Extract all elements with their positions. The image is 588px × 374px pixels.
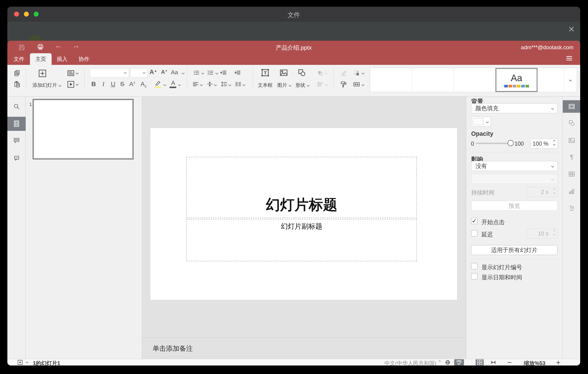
subscript-button[interactable]: A2: [140, 80, 147, 88]
chevron-down-icon[interactable]: [228, 83, 231, 86]
spellcheck-button[interactable]: ABC: [454, 359, 464, 365]
document-language-button[interactable]: [445, 360, 451, 365]
delay-spinner[interactable]: 10 s: [527, 229, 558, 238]
opacity-slider-handle[interactable]: [508, 140, 514, 146]
bullet-list-button[interactable]: [193, 69, 200, 76]
zoom-out-button[interactable]: −: [507, 358, 512, 365]
add-slide-button[interactable]: [38, 69, 47, 78]
search-button[interactable]: [13, 103, 20, 110]
slides-panel-button-active[interactable]: [7, 117, 26, 131]
tab-file[interactable]: 文件: [11, 53, 27, 65]
bold-button[interactable]: B: [91, 80, 96, 88]
theme-option[interactable]: [370, 68, 412, 92]
clear-style-button[interactable]: [340, 70, 347, 77]
underline-button[interactable]: U: [111, 80, 115, 88]
insert-shape-button[interactable]: [297, 68, 306, 77]
increase-font-button[interactable]: A▲: [149, 68, 157, 76]
preview-button[interactable]: 预览: [471, 201, 557, 211]
fit-width-button[interactable]: [490, 360, 496, 365]
theme-option[interactable]: [412, 68, 454, 92]
strikeout-button[interactable]: S: [120, 80, 125, 88]
background-fill-select[interactable]: 颜色填充: [471, 103, 557, 113]
theme-option[interactable]: [537, 68, 564, 92]
tab-home[interactable]: 主页: [30, 53, 52, 65]
start-slideshow-button[interactable]: [67, 80, 75, 88]
theme-gallery-expand-button[interactable]: [564, 68, 577, 92]
opacity-slider-track[interactable]: [476, 143, 509, 144]
tab-collaboration[interactable]: 协作: [77, 53, 91, 65]
paste-button[interactable]: [14, 81, 21, 88]
language-status[interactable]: 中文(中华人民共和国): [369, 360, 436, 365]
chevron-down-icon[interactable]: [182, 72, 185, 75]
chevron-down-icon[interactable]: [215, 72, 218, 75]
theme-option[interactable]: [454, 68, 495, 92]
spinner-up-icon[interactable]: [553, 140, 555, 142]
copy-style-button[interactable]: [340, 81, 347, 88]
zoom-in-button[interactable]: +: [556, 358, 560, 365]
insert-image-button[interactable]: [279, 68, 288, 77]
highlight-color-button[interactable]: [154, 80, 161, 88]
shape-settings-button[interactable]: [568, 120, 575, 127]
delay-checkbox[interactable]: [471, 230, 477, 236]
chevron-down-icon[interactable]: [201, 72, 204, 75]
italic-button[interactable]: I: [102, 80, 104, 88]
start-on-click-checkbox[interactable]: [471, 218, 477, 224]
slide-settings-button-active[interactable]: [563, 100, 580, 113]
title-placeholder[interactable]: 幻灯片标题: [186, 157, 417, 218]
insert-textbox-label[interactable]: 文本框: [254, 82, 276, 88]
table-settings-button[interactable]: [568, 170, 575, 178]
align-objects-button[interactable]: [316, 81, 324, 88]
change-case-button[interactable]: Aa: [171, 69, 178, 76]
chevron-down-icon[interactable]: [214, 83, 217, 86]
chevron-down-icon[interactable]: [76, 72, 79, 75]
chevron-down-icon[interactable]: [361, 72, 364, 75]
chevron-down-icon[interactable]: [200, 83, 203, 86]
effect-select[interactable]: 没有: [471, 161, 557, 171]
show-datetime-checkbox[interactable]: [471, 273, 477, 279]
effect-variant-select[interactable]: [471, 174, 557, 184]
opacity-value-spinner[interactable]: 100 %: [530, 139, 558, 149]
fit-slide-button[interactable]: [476, 359, 484, 365]
chevron-down-icon[interactable]: [26, 361, 28, 363]
background-color-picker[interactable]: [471, 117, 491, 127]
close-editor-button[interactable]: [568, 25, 575, 33]
spinner-down-icon[interactable]: [553, 143, 555, 145]
superscript-button[interactable]: A2: [129, 80, 135, 88]
chevron-down-icon[interactable]: [178, 83, 181, 86]
font-name-select[interactable]: [90, 68, 129, 78]
slide-surface[interactable]: 幻灯片标题 幻灯片副标题: [150, 128, 457, 300]
textart-settings-button[interactable]: Ta: [568, 204, 575, 212]
font-color-button[interactable]: A: [169, 80, 177, 88]
show-slide-number-checkbox[interactable]: [471, 263, 477, 269]
chart-settings-button[interactable]: [568, 188, 575, 195]
chevron-down-icon[interactable]: [163, 83, 166, 86]
add-slide-label[interactable]: 添加幻灯片: [29, 82, 64, 88]
slide-layout-button[interactable]: [67, 69, 75, 77]
chevron-down-icon[interactable]: [361, 83, 364, 86]
slide-size-button[interactable]: [353, 81, 360, 88]
vertical-align-button[interactable]: [206, 81, 213, 88]
theme-option-selected[interactable]: Aa: [495, 68, 537, 92]
insert-shape-label[interactable]: 形状: [293, 82, 312, 88]
subtitle-placeholder[interactable]: 幻灯片副标题: [186, 219, 417, 261]
duration-spinner[interactable]: 2 s: [527, 187, 558, 197]
chevron-down-icon[interactable]: [76, 83, 79, 86]
copy-button[interactable]: [13, 70, 21, 77]
insert-textbox-button[interactable]: T: [260, 68, 270, 78]
decrease-font-button[interactable]: A▼: [161, 69, 168, 75]
columns-button[interactable]: [235, 81, 242, 88]
caret-icon[interactable]: ^: [439, 359, 441, 365]
notes-area[interactable]: 单击添加备注: [142, 338, 466, 359]
chevron-down-icon[interactable]: [242, 83, 245, 86]
arrange-button[interactable]: [316, 70, 324, 77]
numbered-list-button[interactable]: 123: [207, 69, 214, 76]
horizontal-align-button[interactable]: [192, 81, 199, 88]
comments-button[interactable]: [13, 137, 20, 144]
font-size-select[interactable]: [130, 68, 148, 78]
tab-insert[interactable]: 插入: [55, 53, 70, 65]
line-spacing-button[interactable]: [221, 81, 227, 88]
apply-to-all-slides-button[interactable]: 适用于所有幻灯片: [471, 245, 557, 255]
menu-button[interactable]: [566, 55, 572, 62]
insert-image-label[interactable]: 图片: [274, 82, 294, 88]
shape-fill-button[interactable]: [353, 70, 360, 78]
